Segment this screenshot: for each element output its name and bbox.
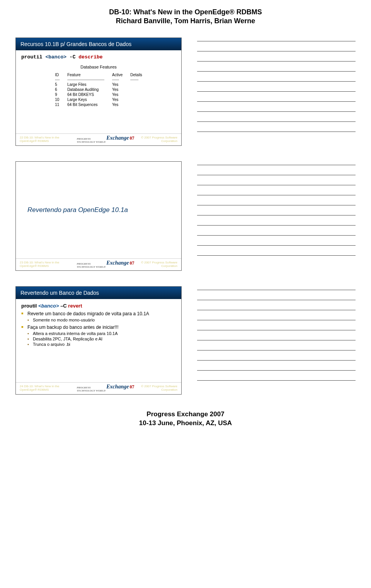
note-line [197, 71, 356, 72]
table-row: 10 Large Keys Yes [51, 97, 146, 102]
slide-24-footer: 24 DB-10: What's New in the OpenEdge® RD… [16, 382, 181, 394]
table-header-row: ID Feature Active Details [51, 72, 146, 77]
slide-24-body: proutil <banco> –C revert Reverte um ban… [16, 299, 181, 382]
note-line [197, 320, 356, 320]
header-line-2: Richard Banville, Tom Harris, Brian Wern… [15, 17, 356, 26]
footer-right: © 2007 Progress Software Corporation [134, 261, 177, 268]
note-line [197, 111, 356, 112]
note-line [197, 215, 356, 215]
cmd-prefix: proutil [21, 54, 45, 60]
note-line [197, 195, 356, 195]
note-line [197, 91, 356, 92]
table-row: 5 Large Files Yes [51, 82, 146, 87]
notes-area-23 [197, 161, 356, 256]
col-details: Details [126, 72, 146, 77]
col-active: Active [108, 72, 126, 77]
notes-area-22 [197, 38, 356, 132]
table-separator-row: ---- -------------------------------- --… [51, 77, 146, 82]
note-line [197, 340, 356, 340]
slide-23-body: Revertendo para OpenEdge 10.1a [16, 162, 181, 258]
note-line [197, 245, 356, 246]
footer-left: 23 DB-10: What's New in the OpenEdge® RD… [20, 261, 76, 268]
page-header: DB-10: What's New in the OpenEdge® RDBMS… [15, 8, 356, 26]
col-id: ID [51, 72, 63, 77]
slide-22: Recursos 10.1B p/ Grandes Bancos de Dado… [15, 38, 182, 146]
note-line [197, 360, 356, 361]
bullet-item: Reverte um banco de dados migrado de vol… [21, 311, 176, 322]
sub-bullet-list: Altera a estrutura interna de volta para… [27, 331, 176, 347]
footer-line-1: Progress Exchange 2007 [15, 410, 356, 419]
features-table: ID Feature Active Details ---- ---------… [51, 72, 146, 107]
features-heading: Database Features [21, 65, 176, 69]
slide-22-title: Recursos 10.1B p/ Grandes Bancos de Dado… [16, 38, 181, 50]
note-line [197, 330, 356, 330]
proutil-revert-command: proutil <banco> –C revert [21, 303, 176, 309]
note-line [197, 205, 356, 205]
bullet-item: Faça um backup do banco antes de iniciar… [21, 325, 176, 347]
note-line [197, 225, 356, 226]
sub-bullet-list: Somente no modo mono-usuário [27, 318, 176, 322]
slide-22-footer: 22 DB-10: What's New in the OpenEdge® RD… [16, 133, 181, 145]
slide-24-title: Revertendo um Banco de Dados [16, 287, 181, 299]
note-line [197, 121, 356, 122]
note-line [197, 51, 356, 51]
footer-left: 24 DB-10: What's New in the OpenEdge® RD… [20, 385, 76, 391]
footer-left: 22 DB-10: What's New in the OpenEdge® RD… [20, 136, 76, 143]
exchange-logo-icon: PROGRESS TECHNOLOGY WORLD Exchange07 [76, 135, 134, 144]
sub-bullet-item: Altera a estrutura interna de volta para… [27, 331, 176, 336]
slide-23: Revertendo para OpenEdge 10.1a 23 DB-10:… [15, 161, 182, 271]
footer-line-2: 10-13 June, Phoenix, AZ, USA [15, 419, 356, 428]
note-line [197, 101, 356, 102]
table-row: 9 64 Bit DBKEYS Yes [51, 92, 146, 97]
proutil-describe-command: proutil <banco> -C describe [21, 54, 176, 60]
slide-23-title: Revertendo para OpenEdge 10.1a [27, 206, 128, 214]
exchange-logo-icon: PROGRESS TECHNOLOGY WORLD Exchange07 [76, 260, 134, 268]
note-line [197, 61, 356, 62]
note-line [197, 255, 356, 256]
note-line [197, 235, 356, 236]
bullet-list: Reverte um banco de dados migrado de vol… [21, 311, 176, 347]
slide-22-body: proutil <banco> -C describe Database Fea… [16, 50, 181, 133]
note-line [197, 164, 356, 165]
note-line [197, 350, 356, 350]
note-line [197, 174, 356, 175]
cmd-action: describe [78, 54, 102, 60]
note-line [197, 81, 356, 82]
notes-area-24 [197, 286, 356, 381]
note-line [197, 309, 356, 310]
table-row: 11 64 Bit Sequences Yes [51, 102, 146, 107]
footer-right: © 2007 Progress Software Corporation [134, 385, 177, 391]
note-line [197, 370, 356, 371]
cmd-arg: <banco> [45, 54, 66, 60]
note-line [197, 185, 356, 185]
sub-bullet-item: Somente no modo mono-usuário [27, 318, 176, 322]
footer-right: © 2007 Progress Software Corporation [134, 136, 177, 143]
cmd-flag: -C [66, 54, 78, 60]
note-line [197, 41, 356, 41]
table-row: 6 Database Auditing Yes [51, 87, 146, 92]
slide-24: Revertendo um Banco de Dados proutil <ba… [15, 286, 182, 395]
exchange-logo-icon: PROGRESS TECHNOLOGY WORLD Exchange07 [76, 384, 134, 392]
note-line [197, 131, 356, 132]
note-line [197, 289, 356, 290]
header-line-1: DB-10: What's New in the OpenEdge® RDBMS [15, 8, 356, 17]
note-line [197, 299, 356, 300]
page-footer: Progress Exchange 2007 10-13 June, Phoen… [15, 410, 356, 428]
note-line [197, 380, 356, 381]
sub-bullet-item: Desabilita 2PC, JTA, Replicação e AI [27, 337, 176, 341]
slide-23-footer: 23 DB-10: What's New in the OpenEdge® RD… [16, 258, 181, 270]
col-feature: Feature [63, 72, 108, 77]
sub-bullet-item: Trunca o arquivo .bi [27, 342, 176, 347]
